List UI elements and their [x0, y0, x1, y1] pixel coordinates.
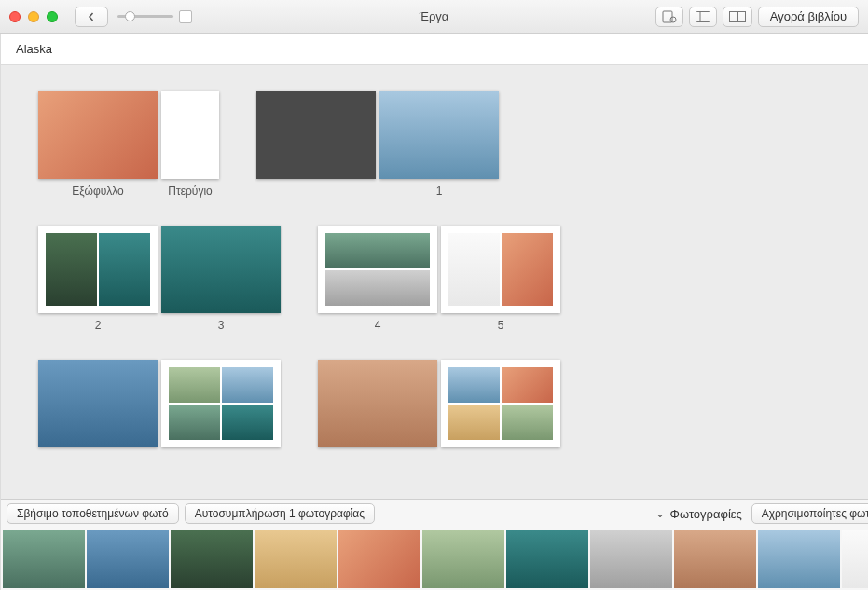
page-label-5: 5	[441, 319, 560, 332]
spread-2-3[interactable]: 23	[38, 226, 281, 332]
tray-thumbnails[interactable]	[1, 528, 868, 590]
svg-rect-2	[696, 11, 710, 21]
content-header: Alaska 22 σελίδες – $52.97	[1, 34, 868, 65]
tray-thumb[interactable]	[842, 530, 868, 588]
tray-thumb[interactable]	[758, 530, 840, 588]
photo-tray: Σβήσιμο τοποθετημένων φωτό Αυτοσυμπλήρωσ…	[1, 499, 868, 590]
page-label-flap: Πτερύγιο	[161, 185, 219, 198]
page-7[interactable]	[161, 360, 281, 447]
buy-book-button[interactable]: Αγορά βιβλίου	[758, 7, 859, 27]
tray-thumb[interactable]	[3, 530, 85, 588]
split-view-icon	[696, 11, 710, 22]
tray-toolbar: Σβήσιμο τοποθετημένων φωτό Αυτοσυμπλήρωσ…	[1, 500, 868, 528]
spread-0-1[interactable]: 1	[256, 91, 499, 198]
spread-8-9[interactable]	[318, 360, 560, 447]
page-6[interactable]	[38, 360, 158, 447]
tray-thumb[interactable]	[338, 530, 420, 588]
page-label-3: 3	[161, 319, 281, 332]
page-1[interactable]	[379, 91, 499, 179]
page-settings-button[interactable]	[655, 7, 683, 27]
spread-6-7[interactable]	[38, 360, 281, 447]
spreads-grid[interactable]: Εξώφυλλο Πτερύγιο 1	[1, 65, 868, 499]
tray-thumb[interactable]	[506, 530, 588, 588]
autofill-button[interactable]: Αυτοσυμπλήρωση 1 φωτογραφίας	[185, 503, 375, 524]
page-9[interactable]	[441, 360, 560, 447]
page-2[interactable]	[38, 226, 158, 313]
page-label-cover: Εξώφυλλο	[38, 185, 158, 198]
close-window-button[interactable]	[9, 11, 21, 22]
layout-split-button[interactable]	[689, 7, 717, 27]
spread-4-5[interactable]: 45	[318, 226, 560, 332]
spread-view-icon	[729, 11, 746, 22]
project-title: Alaska	[16, 42, 52, 56]
zoom-grid-icon	[179, 10, 192, 23]
clear-placed-button[interactable]: Σβήσιμο τοποθετημένων φωτό	[7, 503, 179, 524]
tray-thumb[interactable]	[674, 530, 756, 588]
svg-point-1	[670, 17, 676, 22]
tray-thumb[interactable]	[171, 530, 253, 588]
tray-thumb[interactable]	[87, 530, 169, 588]
titlebar: Έργα Αγορά βιβλίου	[0, 0, 868, 34]
content-area: Alaska 22 σελίδες – $52.97 Εξώφυλλο Πτερ…	[1, 34, 868, 590]
fullscreen-window-button[interactable]	[47, 11, 58, 22]
tray-section-label[interactable]: Φωτογραφίες	[652, 507, 746, 521]
page-8[interactable]	[318, 360, 437, 447]
page-inside-cover[interactable]	[256, 91, 376, 179]
minimize-window-button[interactable]	[28, 11, 39, 22]
zoom-slider[interactable]	[117, 7, 192, 27]
svg-rect-4	[729, 11, 737, 21]
page-flap[interactable]	[161, 91, 219, 179]
page-cover[interactable]	[38, 91, 158, 179]
page-4[interactable]	[318, 226, 437, 313]
page-3[interactable]	[161, 226, 281, 313]
tray-thumb[interactable]	[590, 530, 672, 588]
page-gear-icon	[662, 10, 677, 23]
page-label-1: 1	[379, 185, 499, 198]
back-button[interactable]	[75, 7, 108, 27]
page-label-4: 4	[318, 319, 437, 332]
layout-spread-button[interactable]	[723, 7, 752, 27]
window-controls	[9, 11, 58, 22]
page-5[interactable]	[441, 226, 560, 313]
unused-photos-dropdown[interactable]: Αχρησιμοποίητες φωτό	[751, 503, 868, 524]
spread-cover[interactable]: Εξώφυλλο Πτερύγιο	[38, 91, 219, 198]
svg-rect-5	[737, 11, 745, 21]
page-label-2: 2	[38, 319, 158, 332]
tray-thumb[interactable]	[422, 530, 504, 588]
chevron-left-icon	[87, 12, 96, 21]
tray-thumb[interactable]	[255, 530, 337, 588]
